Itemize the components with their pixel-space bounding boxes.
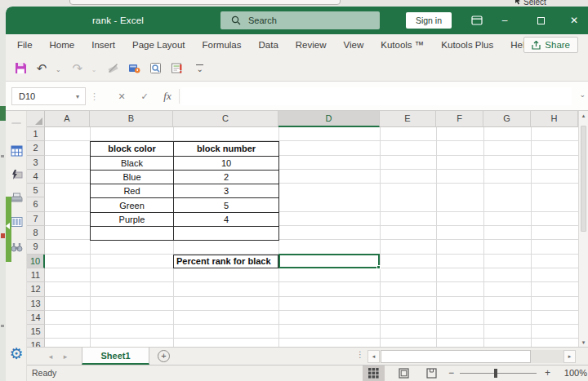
pane-handle[interactable] xyxy=(11,122,21,124)
minimize-button[interactable]: – xyxy=(492,7,517,34)
printer-pane-button[interactable] xyxy=(11,192,23,204)
background-select-button[interactable]: Select xyxy=(514,0,546,7)
name-box-dropdown-icon[interactable]: ▾ xyxy=(76,93,85,100)
ribbon-display-options-button[interactable] xyxy=(465,7,489,34)
tab-kutools-plus[interactable]: Kutools Plus xyxy=(441,40,493,50)
customize-qat-icon[interactable]: ⌄ xyxy=(196,64,203,73)
tab-home[interactable]: Home xyxy=(50,40,75,50)
cell-b5[interactable]: Red xyxy=(91,184,174,198)
close-button[interactable]: ✕ xyxy=(562,7,586,34)
row-header-13[interactable]: 13 xyxy=(27,297,45,311)
snap-pane-button[interactable] xyxy=(11,169,23,181)
row-header-8[interactable]: 8 xyxy=(27,226,45,240)
design-tools-button[interactable] xyxy=(105,60,121,78)
row-header-9[interactable]: 9 xyxy=(27,240,45,254)
redo-dropdown-icon[interactable]: ⌄ xyxy=(91,66,97,73)
form-alert-button[interactable] xyxy=(168,60,185,78)
column-header-a[interactable]: A xyxy=(45,111,90,127)
next-sheet-icon[interactable]: ▸ xyxy=(60,348,71,365)
row-header-12[interactable]: 12 xyxy=(27,282,45,296)
row-header-2[interactable]: 2 xyxy=(27,141,45,155)
cell-c7[interactable]: 4 xyxy=(174,212,279,226)
tab-review[interactable]: Review xyxy=(296,40,327,50)
tab-bar-separator[interactable]: ⋮ xyxy=(356,350,364,359)
column-header-b[interactable]: B xyxy=(90,111,173,127)
settings-gear-icon[interactable]: ⚙ xyxy=(6,344,27,364)
cell-c2[interactable]: block number xyxy=(174,142,279,156)
share-button[interactable]: Share xyxy=(523,37,578,53)
row-header-7[interactable]: 7 xyxy=(27,212,45,226)
columns-pane-button[interactable] xyxy=(11,216,23,228)
row-header-11[interactable]: 11 xyxy=(27,268,45,282)
print-preview-button[interactable] xyxy=(147,60,163,78)
formula-input[interactable] xyxy=(181,87,572,105)
zoom-level[interactable]: 100% xyxy=(558,365,587,381)
selected-cell-d10[interactable] xyxy=(278,254,380,268)
row-header-16[interactable]: 16 xyxy=(27,339,45,347)
search-box[interactable]: Search xyxy=(220,11,380,29)
tab-file[interactable]: File xyxy=(17,40,33,50)
column-header-h[interactable]: H xyxy=(531,111,578,127)
page-break-view-button[interactable] xyxy=(421,365,443,381)
name-box[interactable]: D10 ▾ xyxy=(11,87,86,105)
row-header-5[interactable]: 5 xyxy=(27,184,45,197)
maximize-button[interactable] xyxy=(528,7,553,34)
cell-c3[interactable]: 10 xyxy=(174,156,279,170)
cell-c5[interactable]: 3 xyxy=(174,184,279,198)
normal-view-button[interactable] xyxy=(363,365,385,381)
new-sheet-button[interactable]: + xyxy=(158,350,170,362)
select-all-button[interactable] xyxy=(27,111,45,127)
zoom-out-button[interactable]: − xyxy=(448,365,454,381)
zoom-in-button[interactable]: + xyxy=(545,365,550,381)
previous-sheet-icon[interactable]: ◂ xyxy=(45,348,56,365)
tab-kutools[interactable]: Kutools ™ xyxy=(381,40,424,50)
cell-c6[interactable]: 5 xyxy=(174,198,279,212)
undo-dropdown-icon[interactable]: ⌄ xyxy=(56,66,61,73)
page-layout-view-button[interactable] xyxy=(393,365,415,381)
pane-toggle-bar[interactable] xyxy=(6,197,11,262)
sheet-grid[interactable]: block color block number Black 10 Blue 2… xyxy=(45,127,578,347)
cell-c4[interactable]: 2 xyxy=(174,170,279,184)
row-header-10-selected[interactable]: 10 xyxy=(27,255,45,268)
row-header-3[interactable]: 3 xyxy=(27,156,45,170)
zoom-slider-thumb[interactable] xyxy=(494,369,497,378)
workbook-pane-button[interactable] xyxy=(11,145,23,157)
sheet-tab-sheet1[interactable]: Sheet1 xyxy=(82,348,149,365)
cell-c10-label[interactable]: Percent rank for black xyxy=(173,255,278,268)
mail-recipient-button[interactable] xyxy=(126,60,142,78)
tab-insert[interactable]: Insert xyxy=(91,40,115,50)
cell-b6[interactable]: Green xyxy=(91,198,174,212)
row-header-14[interactable]: 14 xyxy=(27,311,45,325)
horizontal-scroll-thumb[interactable] xyxy=(381,350,531,363)
tab-page-layout[interactable]: Page Layout xyxy=(132,40,185,50)
scroll-left-icon[interactable]: ◂ xyxy=(368,350,380,363)
cell-b7[interactable]: Purple xyxy=(91,212,174,226)
tab-data[interactable]: Data xyxy=(259,40,278,50)
horizontal-scroll-track[interactable] xyxy=(531,350,564,363)
cell-c8[interactable] xyxy=(174,227,279,241)
vertical-scrollbar[interactable]: ▴ ▾ xyxy=(578,111,588,347)
expand-formula-bar-icon[interactable]: ⌄ xyxy=(579,91,586,99)
cell-b8[interactable] xyxy=(91,227,174,241)
row-header-6[interactable]: 6 xyxy=(27,197,45,211)
scroll-up-icon[interactable]: ▴ xyxy=(579,113,588,119)
column-header-e[interactable]: E xyxy=(380,111,436,127)
insert-function-button[interactable]: fx xyxy=(158,87,177,105)
cell-b3[interactable]: Black xyxy=(91,156,174,170)
column-header-g[interactable]: G xyxy=(483,111,531,127)
tab-formulas[interactable]: Formulas xyxy=(203,40,242,50)
redo-button[interactable]: ↷ xyxy=(69,60,86,78)
column-header-f[interactable]: F xyxy=(436,111,483,127)
save-button[interactable] xyxy=(12,60,29,78)
scroll-down-icon[interactable]: ▾ xyxy=(579,339,588,346)
tab-view[interactable]: View xyxy=(344,40,364,50)
row-header-15[interactable]: 15 xyxy=(27,325,45,339)
sign-in-button[interactable]: Sign in xyxy=(406,12,452,29)
find-pane-button[interactable] xyxy=(11,241,23,254)
undo-button[interactable]: ↶ xyxy=(33,60,50,78)
fill-handle[interactable] xyxy=(376,265,381,269)
enter-entry-button[interactable]: ✓ xyxy=(135,87,154,105)
column-header-d-selected[interactable]: D xyxy=(278,111,380,127)
scroll-right-icon[interactable]: ▸ xyxy=(564,350,576,363)
cell-b4[interactable]: Blue xyxy=(91,170,174,184)
